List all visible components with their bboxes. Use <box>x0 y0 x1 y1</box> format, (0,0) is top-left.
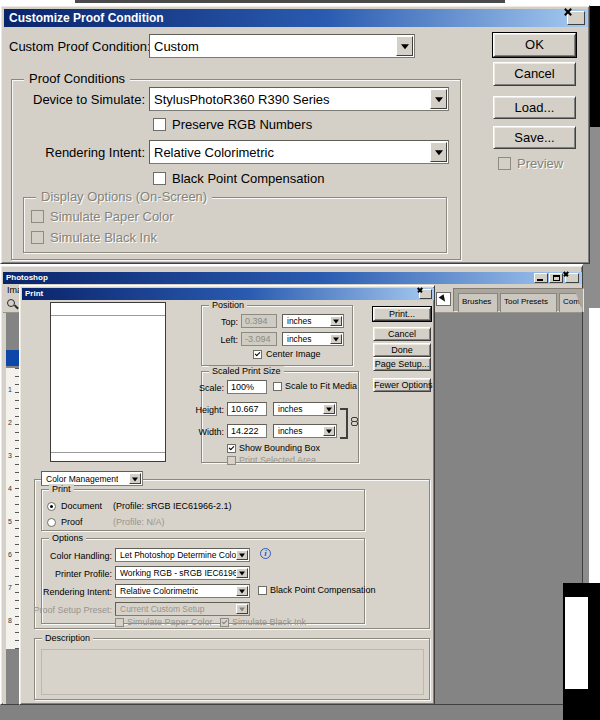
chevron-down-icon <box>435 150 443 155</box>
fewer-options-button[interactable]: Fewer Options <box>373 378 431 392</box>
top-label: Top: <box>208 317 238 328</box>
dropdown-arrow-button[interactable] <box>323 426 335 436</box>
proof-condition-dialog: Customize Proof Condition Custom Proof C… <box>0 5 590 264</box>
radio-circle <box>47 502 56 511</box>
color-handling-label: Color Handling: <box>26 551 112 562</box>
restore-button[interactable] <box>549 273 563 283</box>
checkbox-box <box>498 157 511 170</box>
condition-label: Custom Proof Condition: <box>9 39 151 55</box>
done-button[interactable]: Done <box>373 343 431 357</box>
checkbox-box <box>31 210 44 223</box>
rendering-intent-label: Rendering Intent: <box>26 587 112 598</box>
document-cursor-icon[interactable] <box>436 292 451 306</box>
checkbox-box <box>31 231 44 244</box>
print-dialog-titlebar[interactable]: Print <box>22 288 434 300</box>
color-handling-combo[interactable]: Let Photoshop Determine Colors <box>115 548 250 562</box>
width-label: Width: <box>170 427 224 438</box>
link-bracket-top <box>340 408 347 410</box>
load-button[interactable]: Load... <box>493 96 576 119</box>
height-label: Height: <box>170 405 224 416</box>
checkbox-box <box>153 118 166 131</box>
ok-button[interactable]: OK <box>493 33 576 57</box>
printer-profile-combo[interactable]: Working RGB - sRGB IEC61966-2.1 <box>115 566 250 580</box>
print-group-legend: Print <box>49 484 74 495</box>
top-value-field: 0.394 <box>241 314 277 328</box>
device-label: Device to Simulate: <box>9 92 145 108</box>
options-legend: Options <box>49 533 86 544</box>
preview-image-line-top <box>51 315 165 316</box>
checkbox-box <box>227 456 236 465</box>
scale-input[interactable]: 100% <box>227 380 267 394</box>
height-unit-combo[interactable]: inches <box>273 402 337 416</box>
position-legend: Position <box>209 300 247 311</box>
info-icon: i <box>260 548 271 559</box>
dropdown-arrow-button[interactable] <box>430 142 447 162</box>
description-group: Description <box>34 638 430 700</box>
screen: Photoshop Image Select Filter View Windo… <box>0 0 600 720</box>
radio-dot <box>50 505 53 508</box>
dropdown-arrow-button[interactable] <box>323 404 335 414</box>
chevron-down-icon <box>132 477 138 481</box>
proof-dialog-titlebar[interactable]: Customize Proof Condition <box>4 9 588 27</box>
chevron-down-icon <box>239 590 245 594</box>
white-strip-right <box>589 308 600 583</box>
proof-setup-preset-combo: Current Custom Setup <box>115 602 250 616</box>
check-icon <box>229 445 235 451</box>
restore-icon <box>553 275 560 281</box>
dropdown-arrow-button[interactable] <box>430 89 447 109</box>
checkbox-box <box>253 350 262 359</box>
top-unit-combo[interactable]: inches <box>282 314 344 328</box>
checkbox-box <box>153 172 166 185</box>
link-bracket-bottom <box>340 437 347 439</box>
minimize-icon <box>537 279 543 281</box>
tab-comps[interactable]: Comps <box>559 293 583 312</box>
proof-conditions-legend: Proof Conditions <box>24 71 130 87</box>
check-icon <box>222 619 228 625</box>
description-inner <box>41 649 424 695</box>
proof-dialog-close-button[interactable] <box>567 11 585 25</box>
preview-image-line-bottom <box>51 452 165 453</box>
radio-circle <box>47 518 56 527</box>
left-unit-combo[interactable]: inches <box>282 332 344 346</box>
dropdown-arrow-button[interactable] <box>236 550 248 560</box>
close-window-button[interactable] <box>565 273 579 283</box>
photoshop-titlebar[interactable]: Photoshop <box>3 272 582 284</box>
device-to-simulate-combo[interactable]: StylusPhotoR360 R390 Series <box>149 87 449 111</box>
chevron-down-icon <box>239 608 245 612</box>
checkbox-box <box>258 586 267 595</box>
dropdown-arrow-button[interactable] <box>396 36 413 56</box>
minimize-button[interactable] <box>534 273 548 283</box>
rendering-intent-combo[interactable]: Relative Colorimetric <box>115 584 250 598</box>
left-value-field: -3.094 <box>241 332 277 346</box>
width-input[interactable]: 14.222 <box>227 424 267 438</box>
width-unit-combo[interactable]: inches <box>273 424 337 438</box>
dropdown-arrow-button[interactable] <box>330 334 342 344</box>
print-button[interactable]: Print... <box>373 307 431 321</box>
dropdown-arrow-button[interactable] <box>236 586 248 596</box>
black-strip-top-right <box>590 6 600 127</box>
tab-tool-presets[interactable]: Tool Presets <box>500 293 557 312</box>
checkbox-box <box>220 618 229 627</box>
custom-proof-condition-combo[interactable]: Custom <box>149 34 415 58</box>
page-setup-button[interactable]: Page Setup... <box>373 357 431 371</box>
chevron-down-icon <box>401 44 409 49</box>
cancel-button[interactable]: Cancel <box>493 62 576 86</box>
save-button[interactable]: Save... <box>493 126 576 149</box>
dropdown-arrow-button <box>236 604 248 614</box>
tab-brushes[interactable]: Brushes <box>458 293 498 312</box>
dropdown-arrow-button[interactable] <box>129 473 141 484</box>
document-window-fragment <box>6 350 20 366</box>
chevron-down-icon <box>326 408 332 412</box>
scale-label: Scale: <box>170 383 224 394</box>
print-dialog-close-button[interactable] <box>419 289 432 299</box>
left-label: Left: <box>208 335 238 346</box>
print-dialog-title: Print <box>25 289 43 299</box>
cancel-button[interactable]: Cancel <box>373 327 431 341</box>
link-bracket <box>346 408 348 439</box>
dropdown-arrow-button[interactable] <box>330 316 342 326</box>
checkbox-box <box>115 618 124 627</box>
zoom-tool-icon[interactable] <box>7 299 19 311</box>
height-input[interactable]: 10.667 <box>227 402 267 416</box>
dropdown-arrow-button[interactable] <box>236 568 248 578</box>
rendering-intent-combo[interactable]: Relative Colorimetric <box>149 140 449 164</box>
